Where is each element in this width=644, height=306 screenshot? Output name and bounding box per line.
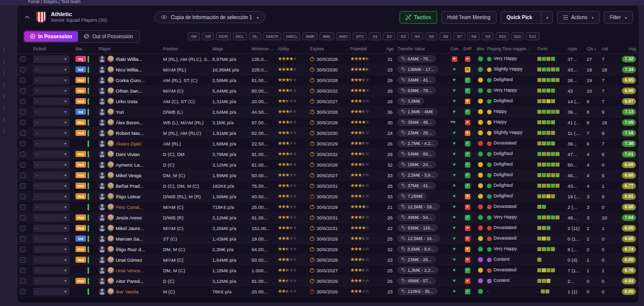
player-name[interactable]: Íñigo Ruiz d... — [116, 247, 145, 252]
position-chip-s11[interactable]: S11 — [511, 32, 524, 40]
hold-team-meeting-button[interactable]: Hold Team Meeting — [441, 11, 497, 24]
picked-dropdown[interactable]: - — [33, 182, 69, 190]
position-chip-s12[interactable]: S12 — [526, 32, 539, 40]
col-header-transfer-value[interactable]: Transfer Value — [397, 46, 448, 51]
player-name[interactable]: Beñat Prad... — [116, 183, 143, 189]
row-checkbox[interactable] — [20, 278, 26, 284]
player-name[interactable]: Íñigo Lekue — [116, 194, 140, 199]
col-header-playing-time[interactable]: Playing Time Happin... — [487, 46, 537, 51]
player-name[interactable]: Nico Willia... — [116, 67, 142, 72]
player-name[interactable]: Gorka Guru... — [116, 78, 145, 83]
table-row[interactable]: - Hol Urko Izeta AM (C), ST (C) 1,31M€ p… — [17, 96, 639, 107]
picked-dropdown[interactable]: - — [33, 76, 69, 84]
row-checkbox[interactable] — [20, 130, 26, 136]
col-header-apps[interactable]: Apps — [568, 46, 587, 51]
picked-dropdown[interactable]: - — [33, 267, 69, 274]
position-chip-s4[interactable]: S4 — [411, 32, 423, 40]
position-chip-s1[interactable]: S1 — [369, 32, 381, 40]
col-header-avg[interactable]: Avg. — [617, 46, 637, 51]
player-name[interactable]: Mikel Vesga — [116, 173, 141, 178]
picked-dropdown[interactable]: - — [33, 87, 69, 95]
view-dropdown[interactable]: Copia de Información de selección 1 — [154, 11, 265, 23]
player-name[interactable]: Álex Beren... — [116, 120, 143, 125]
picked-dropdown[interactable]: - — [33, 172, 69, 179]
table-row[interactable]: - Hol Robert Nav... M (RL), AM (RLC) 1,9… — [17, 128, 639, 138]
picked-dropdown[interactable]: - — [33, 224, 69, 232]
actions-button[interactable]: Actions — [557, 11, 600, 24]
picked-dropdown[interactable]: - — [33, 108, 69, 116]
col-header-mor[interactable]: Mor — [474, 46, 487, 51]
position-chip-stc[interactable]: STC — [353, 32, 367, 40]
player-name[interactable]: Dani Vivian — [116, 151, 140, 157]
picked-dropdown[interactable]: - — [33, 161, 69, 169]
picked-dropdown[interactable]: - — [33, 277, 69, 285]
col-header-ast[interactable]: Ast — [602, 46, 617, 51]
row-checkbox[interactable] — [20, 225, 26, 231]
col-header-potential[interactable]: Potential — [350, 46, 382, 51]
table-row[interactable]: - Int Nico Willia... M/AM (RL) 16,96M€ p… — [17, 64, 639, 75]
row-checkbox[interactable] — [20, 289, 26, 294]
table-row[interactable]: - Hol Unai Gómez M/AM (C) 1,84M€ p/a 50.… — [17, 255, 639, 265]
row-checkbox[interactable] — [20, 88, 26, 94]
row-checkbox[interactable] — [20, 120, 26, 125]
picked-dropdown[interactable]: - — [33, 256, 69, 264]
picked-dropdown[interactable]: - — [33, 235, 69, 243]
in-possession-toggle[interactable]: In Possession — [24, 31, 78, 42]
player-name[interactable]: Aitor Pared... — [116, 278, 143, 284]
col-header-gls[interactable]: Gls — [587, 46, 602, 51]
player-name[interactable]: Iñaki Willia... — [116, 56, 142, 62]
col-header-ability[interactable]: Ability — [278, 46, 310, 51]
picked-dropdown[interactable]: - — [33, 55, 69, 63]
row-checkbox[interactable] — [20, 257, 26, 263]
picked-dropdown[interactable]: - — [33, 150, 69, 158]
row-checkbox[interactable] — [20, 173, 26, 178]
row-checkbox[interactable] — [20, 141, 26, 146]
table-row[interactable]: - Iker Varela M (C) 78K€ p/a 20.00... 30… — [17, 286, 639, 297]
picked-dropdown[interactable]: - — [33, 214, 69, 221]
position-chip-s3[interactable]: S3 — [397, 32, 409, 40]
picked-dropdown[interactable]: - — [33, 66, 69, 73]
row-checkbox[interactable] — [20, 99, 26, 104]
tactics-button[interactable]: Tactics — [399, 11, 437, 24]
row-checkbox[interactable] — [20, 151, 26, 157]
quick-pick-dropdown[interactable] — [541, 12, 552, 23]
col-header-player[interactable]: Player — [99, 46, 163, 51]
position-chip-s2[interactable]: S2 — [383, 32, 395, 40]
col-header-age[interactable]: Age — [382, 46, 397, 51]
table-row[interactable]: - Hol Íñigo Ruiz d... DM, M (C) 2,3M€ p/… — [17, 244, 639, 255]
table-row[interactable]: - Hol Aymeric La... D (C) 3,12M€ p/a 81.… — [17, 160, 639, 170]
col-header-position[interactable]: Position — [163, 46, 212, 51]
position-chip-s6[interactable]: S6 — [439, 32, 451, 40]
row-checkbox[interactable] — [20, 183, 26, 189]
table-row[interactable]: - Int Yuri D/WB (L) 2,64M€ p/a 44.50... … — [17, 107, 639, 117]
position-chip-s5[interactable]: S5 — [425, 32, 437, 40]
col-header-wage[interactable]: Wage — [212, 46, 252, 51]
position-chip-gk[interactable]: GK — [188, 32, 200, 40]
col-header-sta[interactable]: Sta. — [75, 46, 99, 51]
row-checkbox[interactable] — [20, 56, 26, 62]
picked-dropdown[interactable]: - — [33, 288, 69, 295]
position-chip-dcl[interactable]: DCL — [233, 32, 247, 40]
out-of-possession-toggle[interactable]: Out of Possession — [78, 31, 139, 42]
row-checkbox[interactable] — [20, 247, 26, 252]
player-name[interactable]: Urko Izeta — [116, 99, 137, 104]
table-row[interactable]: - Hol Mikel Vesga DM, M (C) 1,99M€ p/a 5… — [17, 170, 639, 181]
player-name[interactable]: Robert Nav... — [116, 130, 143, 136]
row-checkbox[interactable] — [20, 204, 26, 210]
row-checkbox[interactable] — [20, 109, 26, 115]
table-row[interactable]: - Hol Beñat Prad... D (C), DM, M (C) 182… — [17, 181, 639, 191]
player-name[interactable]: Maroan Sa... — [116, 236, 143, 242]
row-checkbox[interactable] — [20, 268, 26, 273]
picked-dropdown[interactable]: - — [33, 140, 69, 147]
col-header-form[interactable]: Form — [537, 46, 568, 51]
table-row[interactable]: - Hol Dani Vivian D (C), DM 3,79M€ p/a 9… — [17, 149, 639, 160]
row-checkbox[interactable] — [20, 67, 26, 72]
filter-button[interactable]: Filter — [604, 11, 633, 24]
row-checkbox[interactable] — [20, 78, 26, 83]
player-name[interactable]: Peio Canal... — [116, 204, 143, 210]
table-row[interactable]: - Hol Íñigo Lekue D/WB (RL), M (R) 1,99M… — [17, 191, 639, 202]
col-header-shp[interactable]: SHP — [461, 46, 474, 51]
picked-dropdown[interactable]: - — [33, 119, 69, 126]
picked-dropdown[interactable]: - — [33, 246, 69, 253]
position-chip-s9[interactable]: S9 — [481, 32, 494, 40]
